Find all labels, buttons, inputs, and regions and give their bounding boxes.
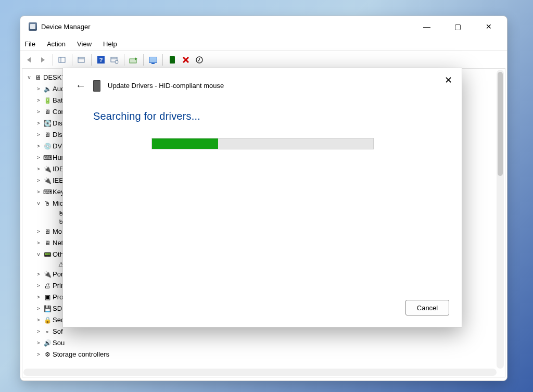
app-icon <box>29 22 37 31</box>
progress-fill <box>152 138 219 149</box>
expand-toggle[interactable]: > <box>35 186 42 198</box>
device-category-icon: 🖥 <box>43 131 52 139</box>
expand-toggle[interactable]: > <box>35 326 42 337</box>
expand-toggle[interactable]: > <box>35 152 42 163</box>
scan-changes-button[interactable] <box>193 54 206 66</box>
svg-rect-2 <box>78 57 84 62</box>
window-title: Device Manager <box>41 23 91 31</box>
titlebar[interactable]: Device Manager — ▢ ✕ <box>20 16 507 37</box>
properties-button[interactable] <box>75 54 88 66</box>
show-hide-tree-button[interactable] <box>56 54 69 66</box>
device-category-icon: 🔌 <box>43 165 52 173</box>
tree-item-label: Por <box>53 269 63 280</box>
expand-toggle[interactable]: > <box>35 106 42 118</box>
expand-toggle[interactable]: > <box>35 163 42 175</box>
dialog-heading: Searching for drivers... <box>93 110 432 122</box>
svg-rect-0 <box>59 57 65 62</box>
device-category-icon: 🔊 <box>43 339 52 347</box>
uninstall-device-button[interactable] <box>180 54 192 66</box>
device-category-icon: 💾 <box>43 305 52 313</box>
expand-toggle[interactable]: > <box>35 292 42 303</box>
expand-toggle[interactable]: > <box>35 269 42 280</box>
tree-item[interactable]: >⚙Storage controllers <box>26 349 110 360</box>
computer-icon: 🖥 <box>34 73 42 82</box>
scan-hardware-button[interactable] <box>108 54 121 66</box>
device-category-icon: 🖥 <box>43 227 52 236</box>
device-category-icon: 🔌 <box>43 176 52 185</box>
expand-toggle[interactable]: > <box>35 141 42 152</box>
tree-item-label: Sou <box>53 337 65 349</box>
tree-item-label: Prir <box>53 280 63 292</box>
device-category-icon: 🖱 <box>43 199 52 208</box>
device-category-icon: 🖥 <box>43 239 52 247</box>
expand-toggle[interactable]: v <box>35 198 42 209</box>
device-category-icon: 💿 <box>43 142 52 150</box>
menu-file[interactable]: File <box>24 40 35 48</box>
close-dialog-button[interactable]: ✕ <box>445 74 452 86</box>
expand-toggle[interactable]: > <box>35 118 42 129</box>
tree-item-label: Sof <box>53 326 63 337</box>
toolbar: ? <box>20 50 507 69</box>
tree-item-label: Cor <box>53 106 64 118</box>
dialog-title: Update Drivers - HID-compliant mouse <box>108 82 224 90</box>
close-window-button[interactable]: ✕ <box>481 22 497 31</box>
nav-forward-button[interactable] <box>37 54 49 66</box>
expand-toggle[interactable]: > <box>35 280 42 292</box>
expand-toggle[interactable]: > <box>35 349 42 360</box>
expand-toggle[interactable]: > <box>35 303 42 314</box>
nav-back-button[interactable] <box>23 54 36 66</box>
update-drivers-dialog: ✕ ← Update Drivers - HID-compliant mouse… <box>62 68 462 327</box>
window-controls: — ▢ ✕ <box>418 22 502 31</box>
device-category-icon: 📟 <box>43 250 52 259</box>
device-category-icon: ▫ <box>43 327 52 336</box>
maximize-button[interactable]: ▢ <box>450 22 465 31</box>
expand-toggle[interactable]: > <box>35 226 42 237</box>
expand-toggle[interactable]: > <box>35 314 42 326</box>
expand-toggle[interactable]: > <box>35 337 42 349</box>
expand-toggle[interactable]: > <box>35 129 42 141</box>
tree-item[interactable]: >▫Sof <box>26 326 110 337</box>
tree-item-label: Storage controllers <box>53 349 109 360</box>
menu-view[interactable]: View <box>77 40 92 48</box>
device-category-icon: ▣ <box>43 293 52 301</box>
device-category-icon: 🔈 <box>43 85 52 93</box>
remote-computer-button[interactable] <box>147 54 159 66</box>
tree-item[interactable]: >🔊Sou <box>26 337 110 349</box>
minimize-button[interactable]: — <box>418 22 434 31</box>
device-category-icon: 💽 <box>43 119 52 128</box>
device-category-icon: 🔌 <box>43 270 52 279</box>
vertical-scrollbar[interactable] <box>497 70 504 369</box>
svg-text:?: ? <box>99 57 103 63</box>
expand-toggle[interactable]: v <box>35 249 42 260</box>
menu-action[interactable]: Action <box>47 40 66 48</box>
update-driver-button[interactable] <box>128 54 140 66</box>
menu-help[interactable]: Help <box>103 40 117 48</box>
device-category-icon: 🔋 <box>43 96 52 105</box>
expand-toggle[interactable]: > <box>35 95 42 106</box>
horizontal-scrollbar[interactable] <box>23 369 497 376</box>
device-category-icon: 🖥 <box>43 108 52 116</box>
device-category-icon: ⌨ <box>43 188 52 196</box>
device-category-icon: ⌨ <box>43 154 52 162</box>
dialog-header: ← Update Drivers - HID-compliant mouse <box>63 68 462 92</box>
tree-item-label: Net <box>53 237 63 249</box>
device-icon <box>93 80 100 92</box>
device-category-icon: 🔒 <box>43 316 52 324</box>
expand-toggle[interactable]: > <box>35 83 42 95</box>
tree-item-label: Hur <box>53 152 64 163</box>
svg-rect-10 <box>170 56 175 64</box>
svg-point-8 <box>115 60 118 64</box>
enable-device-button[interactable] <box>166 54 179 66</box>
device-category-icon: ⚙ <box>43 350 52 359</box>
expand-toggle[interactable]: > <box>35 237 42 249</box>
cancel-button[interactable]: Cancel <box>405 300 449 315</box>
expand-toggle[interactable]: > <box>35 175 42 186</box>
device-category-icon: 🖨 <box>43 282 52 290</box>
help-button[interactable]: ? <box>95 54 107 66</box>
progress-bar <box>151 138 374 149</box>
back-arrow-icon[interactable]: ← <box>75 80 86 92</box>
tree-item-label: Pro <box>53 292 63 303</box>
tree-item-label: Mo <box>53 226 62 237</box>
menubar: File Action View Help <box>20 37 507 50</box>
